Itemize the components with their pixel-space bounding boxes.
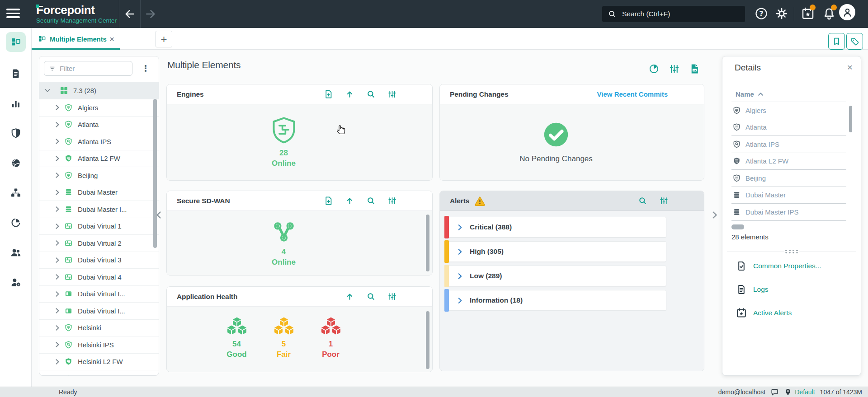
alert-row-low[interactable]: Low (289) — [444, 266, 666, 286]
chevron-right-icon[interactable] — [458, 298, 462, 304]
search-input[interactable] — [622, 10, 740, 18]
new-element-icon[interactable] — [324, 196, 333, 206]
rail-administration[interactable] — [6, 272, 26, 292]
tree-row[interactable]: Dubai Virtual 1 — [39, 218, 159, 235]
menu-icon[interactable] — [6, 9, 20, 19]
search-icon[interactable] — [366, 89, 376, 99]
tab-multiple-elements[interactable]: Multiple Elements × — [32, 28, 120, 50]
alert-row-information[interactable]: Information (18) — [444, 290, 666, 311]
health-stat-good[interactable]: 54 Good — [226, 317, 247, 359]
chevron-right-icon[interactable] — [55, 224, 60, 229]
tree-row[interactable]: Atlanta — [39, 116, 159, 133]
filter-sliders-icon[interactable] — [387, 292, 397, 301]
chat-bubble-icon[interactable] — [770, 388, 779, 397]
tree-row[interactable]: Beijing — [39, 167, 159, 184]
card-scrollbar[interactable] — [426, 311, 429, 369]
details-row[interactable]: Algiers — [731, 102, 846, 119]
forward-arrow-icon[interactable] — [144, 8, 157, 20]
new-element-icon[interactable] — [324, 89, 333, 99]
tree-row[interactable]: Helsinki IPS — [39, 336, 159, 353]
card-scrollbar[interactable] — [426, 215, 429, 271]
tree-scrollbar[interactable] — [153, 99, 157, 248]
engines-status[interactable]: 28 Online — [167, 104, 432, 180]
chevron-right-icon[interactable] — [55, 342, 60, 347]
chevron-right-icon[interactable] — [55, 257, 60, 263]
search-icon[interactable] — [638, 196, 647, 206]
chevron-right-icon[interactable] — [55, 190, 60, 195]
chevron-right-icon[interactable] — [458, 224, 462, 230]
domain-selector[interactable]: Default — [795, 388, 815, 396]
chevron-right-icon[interactable] — [55, 173, 60, 178]
tree-root-row[interactable]: 7.3 (28) — [39, 82, 159, 99]
tree-row[interactable]: Algiers — [39, 99, 159, 116]
rail-reports[interactable] — [6, 93, 26, 113]
chevron-right-icon[interactable] — [55, 359, 60, 364]
health-stat-fair[interactable]: 5 Fair — [274, 317, 294, 359]
rail-network[interactable] — [6, 153, 26, 173]
tree-row[interactable]: Atlanta IPS — [39, 133, 159, 150]
tree-row[interactable]: Atlanta L2 FW — [39, 150, 159, 167]
details-row[interactable]: Dubai Master — [731, 187, 846, 204]
chevron-right-icon[interactable] — [55, 291, 60, 297]
chevron-right-icon[interactable] — [55, 122, 60, 127]
filter-sliders-icon[interactable] — [387, 89, 397, 99]
rail-documents[interactable] — [6, 64, 26, 84]
view-recent-commits-link[interactable]: View Recent Commits — [597, 90, 668, 98]
filter-input[interactable] — [60, 65, 128, 72]
details-row[interactable]: Beijing — [731, 170, 846, 187]
action-active-alerts[interactable]: Active Alerts — [736, 308, 792, 318]
sdwan-status[interactable]: 4 Online — [167, 211, 432, 275]
bookmark-button[interactable] — [828, 33, 845, 50]
tree-row[interactable] — [39, 370, 159, 375]
help-icon[interactable] — [755, 7, 768, 20]
health-stat-poor[interactable]: 1 Poor — [321, 317, 341, 359]
tree-row[interactable]: Dubai Virtual 3 — [39, 252, 159, 269]
chevron-right-icon[interactable] — [55, 206, 60, 212]
export-pdf-icon[interactable] — [689, 63, 700, 75]
collapse-left-arrow-icon[interactable] — [156, 211, 162, 219]
details-row[interactable]: Atlanta L2 FW — [731, 153, 846, 170]
chevron-right-icon[interactable] — [55, 240, 60, 246]
chevron-right-icon[interactable] — [55, 325, 60, 331]
tree-row[interactable]: Dubai Virtual I... — [39, 285, 159, 303]
chevron-right-icon[interactable] — [55, 308, 60, 313]
details-scrollbar[interactable] — [849, 106, 852, 132]
rail-topology[interactable] — [6, 183, 26, 203]
report-pie-icon[interactable] — [648, 63, 660, 75]
back-arrow-icon[interactable] — [123, 8, 136, 20]
action-logs[interactable]: Logs — [736, 284, 769, 295]
search-icon[interactable] — [366, 196, 376, 206]
tree-menu-kebab-icon[interactable]: ⋮ — [140, 62, 151, 75]
tree-row[interactable]: Helsinki L2 FW — [39, 353, 159, 370]
alert-row-high[interactable]: High (305) — [444, 241, 666, 262]
user-avatar[interactable] — [839, 4, 855, 20]
chevron-right-icon[interactable] — [55, 105, 60, 110]
rail-policies[interactable] — [6, 123, 26, 143]
filter-sliders-icon[interactable] — [659, 196, 669, 206]
tab-close-icon[interactable]: × — [109, 35, 114, 43]
tree-row[interactable]: Dubai Virtual 2 — [39, 234, 159, 252]
rail-dashboard[interactable] — [6, 32, 26, 52]
tag-button[interactable] — [846, 33, 863, 50]
details-row[interactable]: Atlanta IPS — [731, 136, 846, 153]
filter-sliders-icon[interactable] — [387, 196, 397, 206]
tree-row[interactable]: Dubai Virtual 4 — [39, 268, 159, 285]
chevron-right-icon[interactable] — [458, 249, 462, 255]
sort-header-name[interactable]: Name — [731, 86, 846, 102]
drag-handle[interactable] — [784, 249, 799, 254]
filter-sliders-icon[interactable] — [669, 63, 680, 75]
tree-row[interactable]: Helsinki — [39, 319, 159, 336]
tree-row[interactable]: Dubai Master — [39, 184, 159, 201]
action-common-properties[interactable]: Common Properties... — [736, 261, 821, 271]
rail-monitoring[interactable] — [6, 213, 26, 233]
tree-row[interactable]: Dubai Virtual I... — [39, 302, 159, 319]
gear-icon[interactable] — [775, 7, 788, 20]
upload-icon[interactable] — [345, 89, 354, 99]
chevron-right-icon[interactable] — [55, 139, 60, 144]
details-row[interactable]: Atlanta — [731, 119, 846, 136]
upload-icon[interactable] — [345, 196, 354, 206]
collapse-right-arrow-icon[interactable] — [712, 211, 718, 219]
rail-users[interactable] — [6, 243, 26, 262]
chevron-right-icon[interactable] — [55, 274, 60, 280]
chevron-right-icon[interactable] — [458, 273, 462, 279]
